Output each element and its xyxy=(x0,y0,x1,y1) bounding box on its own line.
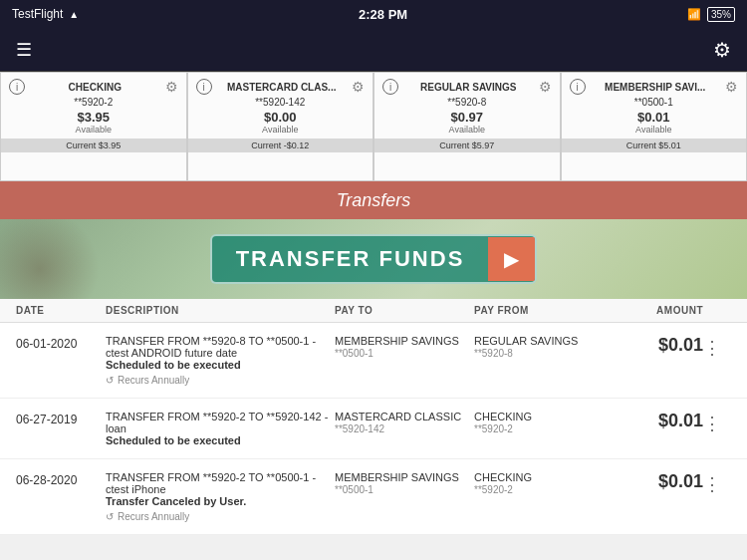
transfer-funds-button[interactable]: TRANSFER FUNDS ▶ xyxy=(210,234,538,284)
transfer-payfrom-sub: **5920-2 xyxy=(474,423,513,434)
col-date: DATE xyxy=(16,305,106,316)
transfer-description: TRANSFER FROM **5920-2 TO **5920-142 - l… xyxy=(106,411,335,446)
account-settings-icon-checking[interactable]: ⚙ xyxy=(165,79,178,95)
transfer-payfrom: REGULAR SAVINGS **5920-8 xyxy=(474,335,604,359)
account-avail-membershipsavings: Available xyxy=(570,125,739,135)
account-number-membershipsavings: **0500-1 xyxy=(570,97,739,108)
account-settings-icon-membershipsavings[interactable]: ⚙ xyxy=(725,79,738,95)
transfer-payto-sub: **5920-142 xyxy=(335,423,384,434)
col-actions xyxy=(703,305,733,316)
account-balance-checking: $3.95 xyxy=(9,110,178,125)
wifi-icon xyxy=(69,7,79,21)
transfer-payfrom: CHECKING **5920-2 xyxy=(474,471,604,495)
account-name-checking: CHECKING xyxy=(25,82,165,93)
nav-bar: ☰ ⚙ xyxy=(0,28,747,72)
transfer-payfrom: CHECKING **5920-2 xyxy=(474,411,604,434)
transfer-menu-button[interactable]: ⋮ xyxy=(703,335,733,359)
account-current-checking: Current $3.95 xyxy=(1,139,186,152)
hero-bg-decoration xyxy=(0,219,100,299)
account-current-mastercard: Current -$0.12 xyxy=(188,139,374,152)
transfers-body: 06-01-2020 TRANSFER FROM **5920-8 TO **0… xyxy=(0,323,747,535)
bluetooth-icon: 📶 xyxy=(687,8,701,21)
account-number-regularsavings: **5920-8 xyxy=(382,97,552,108)
transfer-payto: MEMBERSHIP SAVINGS **0500-1 xyxy=(335,335,474,359)
transfer-payto-sub: **0500-1 xyxy=(335,348,374,359)
col-payto: PAY TO xyxy=(335,305,474,316)
table-row: 06-28-2020 TRANSFER FROM **5920-2 TO **0… xyxy=(0,459,747,535)
transfer-amount: $0.01 xyxy=(604,411,703,431)
account-current-membershipsavings: Current $5.01 xyxy=(562,139,747,152)
status-left: TestFlight xyxy=(12,7,79,21)
transfer-status: Transfer Canceled by User. xyxy=(106,495,246,507)
col-amount: AMOUNT xyxy=(604,305,703,316)
battery-label: 35% xyxy=(707,7,735,22)
transfers-header: Transfers xyxy=(0,181,747,219)
transfer-date: 06-27-2019 xyxy=(16,411,106,426)
transfer-funds-label: TRANSFER FUNDS xyxy=(212,236,489,282)
carrier-label: TestFlight xyxy=(12,7,63,21)
transfer-payfrom-sub: **5920-8 xyxy=(474,348,513,359)
account-card-regularsavings[interactable]: i REGULAR SAVINGS ⚙ **5920-8 $0.97 Avail… xyxy=(374,72,561,181)
transfers-title: Transfers xyxy=(337,190,411,211)
transfer-payto: MEMBERSHIP SAVINGS **0500-1 xyxy=(335,471,474,495)
transfer-description: TRANSFER FROM **5920-8 TO **0500-1 - cte… xyxy=(106,335,335,386)
status-bar: TestFlight 2:28 PM 📶 35% xyxy=(0,0,747,28)
transfer-menu-button[interactable]: ⋮ xyxy=(703,411,733,434)
transfer-description: TRANSFER FROM **5920-2 TO **0500-1 - cte… xyxy=(106,471,335,522)
account-card-membershipsavings[interactable]: i MEMBERSHIP SAVI... ⚙ **0500-1 $0.01 Av… xyxy=(561,72,748,181)
account-name-mastercard: MASTERCARD CLAS... xyxy=(212,82,353,93)
recurs-label: ↺ Recurs Annually xyxy=(106,375,335,386)
recurs-icon: ↺ xyxy=(106,375,114,386)
account-card-checking[interactable]: i CHECKING ⚙ **5920-2 $3.95 Available Cu… xyxy=(0,72,187,181)
account-settings-icon-mastercard[interactable]: ⚙ xyxy=(352,79,365,95)
account-balance-membershipsavings: $0.01 xyxy=(570,110,739,125)
transfer-date: 06-28-2020 xyxy=(16,471,106,487)
table-row: 06-27-2019 TRANSFER FROM **5920-2 TO **5… xyxy=(0,399,747,459)
account-info-icon-membershipsavings[interactable]: i xyxy=(570,79,586,95)
transfer-date: 06-01-2020 xyxy=(16,335,106,351)
account-avail-checking: Available xyxy=(9,125,178,135)
transfer-amount: $0.01 xyxy=(604,335,703,356)
account-number-checking: **5920-2 xyxy=(9,97,178,108)
transfer-payfrom-sub: **5920-2 xyxy=(474,484,513,495)
account-number-mastercard: **5920-142 xyxy=(196,97,366,108)
col-description: DESCRIPTION xyxy=(106,305,335,316)
col-payfrom: PAY FROM xyxy=(474,305,604,316)
settings-icon[interactable]: ⚙ xyxy=(713,38,731,62)
transfer-menu-button[interactable]: ⋮ xyxy=(703,471,733,495)
account-info-icon-mastercard[interactable]: i xyxy=(196,79,212,95)
status-right: 📶 35% xyxy=(687,7,735,22)
account-avail-mastercard: Available xyxy=(196,125,366,135)
table-row: 06-01-2020 TRANSFER FROM **5920-8 TO **0… xyxy=(0,323,747,399)
account-settings-icon-regularsavings[interactable]: ⚙ xyxy=(539,79,552,95)
account-balance-mastercard: $0.00 xyxy=(196,110,366,125)
account-card-mastercard[interactable]: i MASTERCARD CLAS... ⚙ **5920-142 $0.00 … xyxy=(187,72,374,181)
recurs-label: ↺ Recurs Annually xyxy=(106,511,335,522)
transfer-amount: $0.01 xyxy=(604,471,703,492)
table-header: DATE DESCRIPTION PAY TO PAY FROM AMOUNT xyxy=(0,299,747,323)
transfer-funds-play-icon: ▶ xyxy=(488,237,535,281)
transfer-status: Scheduled to be executed xyxy=(106,434,241,446)
transfer-payto-sub: **0500-1 xyxy=(335,484,374,495)
transfers-table: DATE DESCRIPTION PAY TO PAY FROM AMOUNT … xyxy=(0,299,747,535)
time-label: 2:28 PM xyxy=(359,7,407,22)
account-current-regularsavings: Current $5.97 xyxy=(374,139,560,152)
account-avail-regularsavings: Available xyxy=(382,125,552,135)
account-info-icon-regularsavings[interactable]: i xyxy=(382,79,398,95)
account-balance-regularsavings: $0.97 xyxy=(382,110,552,125)
account-name-regularsavings: REGULAR SAVINGS xyxy=(398,82,539,93)
account-info-icon-checking[interactable]: i xyxy=(9,79,25,95)
transfer-payto: MASTERCARD CLASSIC **5920-142 xyxy=(335,411,474,434)
recurs-icon: ↺ xyxy=(106,511,114,522)
accounts-row: i CHECKING ⚙ **5920-2 $3.95 Available Cu… xyxy=(0,72,747,181)
hamburger-menu[interactable]: ☰ xyxy=(16,39,32,61)
account-name-membershipsavings: MEMBERSHIP SAVI... xyxy=(586,82,726,93)
hero-banner: TRANSFER FUNDS ▶ xyxy=(0,219,747,299)
transfer-status: Scheduled to be executed xyxy=(106,359,241,371)
